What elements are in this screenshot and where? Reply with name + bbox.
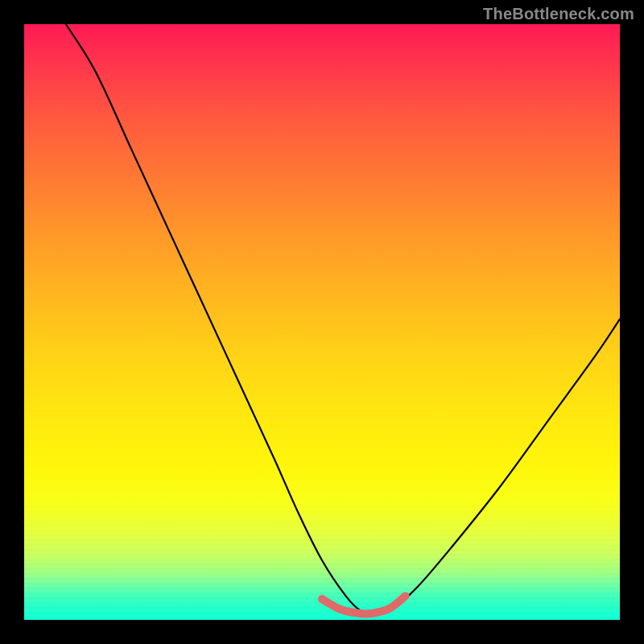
watermark-text: TheBottleneck.com	[483, 5, 634, 23]
main-curve	[66, 24, 620, 614]
curve-svg	[24, 24, 620, 620]
highlight-segment	[322, 596, 406, 613]
chart-frame: TheBottleneck.com	[0, 0, 644, 644]
plot-area	[24, 24, 620, 620]
